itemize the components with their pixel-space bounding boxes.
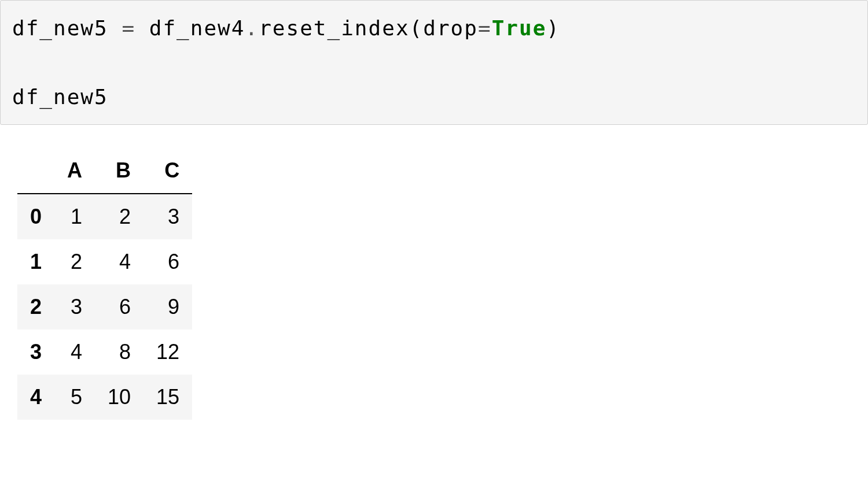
code-token-keyword: True — [492, 16, 547, 40]
table-index-cell: 3 — [17, 330, 54, 375]
table-row: 2 3 6 9 — [17, 284, 192, 330]
table-body: 0 1 2 3 1 2 4 6 2 3 6 9 3 4 8 12 — [17, 194, 192, 420]
table-column-header: A — [54, 148, 95, 194]
table-cell: 4 — [54, 330, 95, 375]
code-input-cell[interactable]: df_new5 = df_new4.reset_index(drop=True)… — [0, 0, 868, 125]
table-cell: 3 — [144, 194, 192, 239]
table-index-cell: 2 — [17, 284, 54, 330]
dataframe-table: A B C 0 1 2 3 1 2 4 6 2 3 6 9 — [17, 148, 192, 420]
code-token: df_new5 — [12, 16, 122, 40]
table-cell: 15 — [144, 375, 192, 420]
table-index-cell: 4 — [17, 375, 54, 420]
table-cell: 3 — [54, 284, 95, 330]
table-cell: 8 — [95, 330, 144, 375]
table-column-header: B — [95, 148, 144, 194]
table-cell: 6 — [95, 284, 144, 330]
table-cell: 2 — [54, 239, 95, 284]
code-token: df_new5 — [12, 85, 108, 109]
table-cell: 4 — [95, 239, 144, 284]
code-token-operator: . — [245, 16, 259, 40]
table-row: 4 5 10 15 — [17, 375, 192, 420]
table-cell: 1 — [54, 194, 95, 239]
table-cell: 2 — [95, 194, 144, 239]
table-index-cell: 1 — [17, 239, 54, 284]
table-cell: 9 — [144, 284, 192, 330]
code-token-operator: = — [122, 16, 135, 40]
table-row: 0 1 2 3 — [17, 194, 192, 239]
table-index-cell: 0 — [17, 194, 54, 239]
code-token: ) — [546, 16, 560, 40]
table-row: 3 4 8 12 — [17, 330, 192, 375]
table-column-header: C — [144, 148, 192, 194]
table-header: A B C — [17, 148, 192, 194]
code-output-area: A B C 0 1 2 3 1 2 4 6 2 3 6 9 — [0, 148, 868, 420]
table-header-blank — [17, 148, 54, 194]
table-cell: 10 — [95, 375, 144, 420]
code-token-operator: = — [478, 16, 492, 40]
table-cell: 6 — [144, 239, 192, 284]
code-token: reset_index(drop — [259, 16, 478, 40]
table-cell: 5 — [54, 375, 95, 420]
table-row: 1 2 4 6 — [17, 239, 192, 284]
table-cell: 12 — [144, 330, 192, 375]
code-token: df_new4 — [135, 16, 245, 40]
